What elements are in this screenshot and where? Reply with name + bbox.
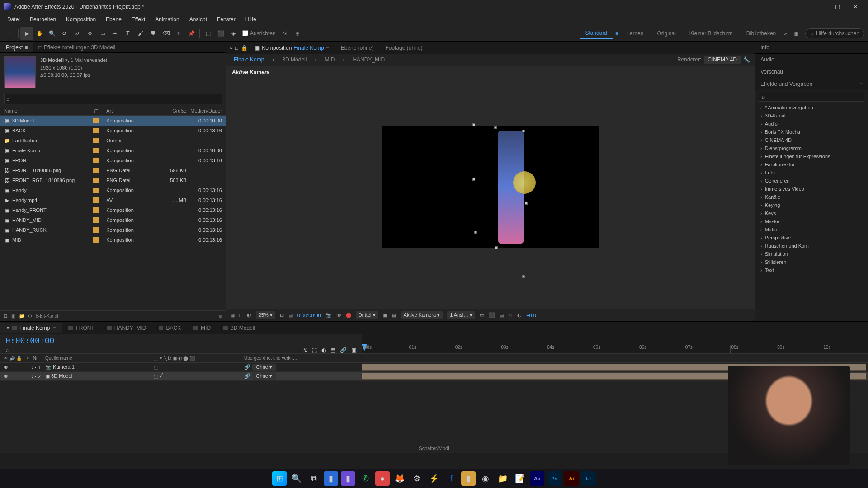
crumb-1[interactable]: 3D Modell bbox=[279, 56, 309, 64]
res-toggle-icon[interactable]: ⊞ bbox=[280, 312, 284, 318]
effects-category[interactable]: Dienstprogramm bbox=[755, 144, 868, 152]
channel-icon[interactable]: □ bbox=[239, 313, 242, 318]
tl-draft-icon[interactable]: ▣ bbox=[351, 347, 356, 353]
transparency-icon[interactable]: ▦ bbox=[392, 312, 396, 318]
zoom-select[interactable]: 25% ▾ bbox=[256, 311, 275, 319]
workspace-lernen[interactable]: Lernen bbox=[621, 28, 649, 38]
project-item[interactable]: ▣Finale Komp Komposition 0:00:10:00 bbox=[0, 145, 226, 155]
taskview-icon[interactable]: ⧉ bbox=[307, 471, 321, 486]
hand-tool-icon[interactable]: ✋ bbox=[33, 27, 46, 40]
timeline-timecode[interactable]: 0:00:00:00 bbox=[0, 334, 362, 347]
crumb-2[interactable]: MID bbox=[322, 56, 337, 64]
whatsapp-icon[interactable]: ✆ bbox=[358, 471, 373, 486]
timeline-tab[interactable]: BACK bbox=[152, 323, 187, 333]
roi-icon[interactable]: ▣ bbox=[383, 312, 387, 318]
after-effects-icon[interactable]: Ae bbox=[530, 471, 544, 486]
effects-category[interactable]: Farbkorrektur bbox=[755, 160, 868, 169]
minimize-button[interactable]: — bbox=[810, 0, 828, 13]
app-1-icon[interactable]: ▮ bbox=[324, 471, 338, 486]
renderer-select[interactable]: CINEMA 4D bbox=[704, 56, 741, 64]
time-ruler[interactable]: :00s01s02s03s04s05s06s07s08s09s10s bbox=[362, 345, 868, 353]
project-item[interactable]: ▣3D Modell Komposition 0:00:10:00 bbox=[0, 116, 226, 126]
new-folder-icon[interactable]: 📁 bbox=[19, 314, 24, 319]
brush-tool-icon[interactable]: 🖌 bbox=[134, 27, 147, 40]
comp-close-icon[interactable]: × bbox=[229, 45, 232, 51]
workspace-kleiner[interactable]: Kleiner Bildschirm bbox=[684, 28, 738, 38]
lightroom-icon[interactable]: Lr bbox=[581, 471, 596, 486]
effect-controls-tab[interactable]: □Effekteinstellungen 3D Modell bbox=[33, 42, 121, 52]
interpret-icon[interactable]: 🖼 bbox=[3, 314, 8, 319]
comp-menu-icon[interactable]: 🔒 bbox=[241, 45, 248, 51]
effects-category[interactable]: Matte bbox=[755, 225, 868, 234]
project-tab[interactable]: Projekt≡ bbox=[0, 42, 33, 52]
timeline-tab[interactable]: ×Finale Komp≡ bbox=[0, 323, 62, 333]
effects-category[interactable]: Fehlt bbox=[755, 169, 868, 177]
project-item[interactable]: ▣Handy Komposition 0:00:13:16 bbox=[0, 185, 226, 195]
project-item[interactable]: ▣FRONT Komposition 0:00:13:16 bbox=[0, 155, 226, 165]
tool-opt-1-icon[interactable]: ⬚ bbox=[202, 27, 214, 40]
grid-icon[interactable]: ▤ bbox=[288, 312, 293, 318]
menu-hilfe[interactable]: Hilfe bbox=[241, 14, 261, 24]
workspace-standard[interactable]: Standard bbox=[580, 28, 613, 39]
menu-komposition[interactable]: Komposition bbox=[61, 14, 100, 24]
effects-category[interactable]: Stilisieren bbox=[755, 258, 868, 266]
tl-frame-icon[interactable]: ⬚ bbox=[312, 347, 317, 353]
trash-icon[interactable]: 🗑 bbox=[218, 314, 223, 319]
timeline-tab[interactable]: 3D Modell bbox=[217, 323, 261, 333]
orbit-tool-icon[interactable]: ⟳ bbox=[58, 27, 71, 40]
effects-category[interactable]: * Animationsvorgaben bbox=[755, 103, 868, 112]
project-search[interactable]: ⌕ bbox=[4, 94, 222, 104]
project-item[interactable]: ▣BACK Komposition 0:00:13:16 bbox=[0, 126, 226, 136]
crumb-0[interactable]: Finale Komp bbox=[231, 56, 267, 64]
menu-ebene[interactable]: Ebene bbox=[101, 14, 126, 24]
menu-bearbeiten[interactable]: Bearbeiten bbox=[25, 14, 61, 24]
comp-flow-icon[interactable]: ≋ bbox=[509, 312, 513, 318]
rotate-tool-icon[interactable]: ⤾ bbox=[71, 27, 84, 40]
close-button[interactable]: ✕ bbox=[846, 0, 864, 13]
workspace-bibliotheken[interactable]: Bibliotheken bbox=[741, 28, 781, 38]
notepad-icon[interactable]: 📝 bbox=[513, 471, 527, 486]
effects-category[interactable]: Boris FX Mocha bbox=[755, 128, 868, 136]
snap-opt2-icon[interactable]: ⊞ bbox=[291, 27, 304, 40]
effects-category[interactable]: Perspektive bbox=[755, 234, 868, 242]
effects-category[interactable]: Keys bbox=[755, 209, 868, 217]
type-tool-icon[interactable]: T bbox=[122, 27, 134, 40]
menu-effekt[interactable]: Effekt bbox=[127, 14, 150, 24]
bit-depth-icon[interactable]: ⚙ bbox=[28, 314, 32, 319]
comp-lock-icon[interactable]: □ bbox=[235, 45, 238, 51]
menu-animation[interactable]: Animation bbox=[151, 14, 184, 24]
stamp-tool-icon[interactable]: ⛊ bbox=[147, 27, 160, 40]
effects-category[interactable]: Audio bbox=[755, 120, 868, 128]
workspace-overflow-icon[interactable]: » bbox=[784, 30, 787, 37]
timecode-display[interactable]: 0:00:00:00 bbox=[297, 313, 321, 318]
explorer-icon[interactable]: 📁 bbox=[495, 471, 510, 486]
snap-opt-icon[interactable]: ⇲ bbox=[278, 27, 291, 40]
new-comp-icon[interactable]: ▣ bbox=[11, 314, 15, 319]
preview-panel-tab[interactable]: Vorschau bbox=[755, 66, 868, 78]
show-snapshot-icon[interactable]: 👁 bbox=[336, 313, 341, 318]
project-item[interactable]: 🖼FRONT_RGB_1840886.png PNG-Datei 503 KB bbox=[0, 175, 226, 185]
color-icon[interactable]: ⬤ bbox=[346, 312, 351, 318]
project-item[interactable]: ▣HANDY_MID Komposition 0:00:13:16 bbox=[0, 215, 226, 225]
pen-tool-icon[interactable]: ✒ bbox=[109, 27, 122, 40]
effects-category[interactable]: Maske bbox=[755, 217, 868, 225]
menu-ansicht[interactable]: Ansicht bbox=[185, 14, 212, 24]
crumb-3[interactable]: HANDY_MID bbox=[350, 56, 387, 64]
effects-category[interactable]: Kanäle bbox=[755, 193, 868, 201]
alpha-toggle-icon[interactable]: ▦ bbox=[230, 312, 235, 318]
shape-tool-icon[interactable]: ▭ bbox=[96, 27, 109, 40]
tl-shy-icon[interactable]: ↯ bbox=[303, 347, 307, 353]
effects-panel-tab[interactable]: Effekte und Vorgaben≡ bbox=[755, 78, 868, 90]
project-item[interactable]: ▣Handy_FRONT Komposition 0:00:13:16 bbox=[0, 205, 226, 215]
effects-category[interactable]: Keying bbox=[755, 201, 868, 209]
tool-opt-3-icon[interactable]: ◈ bbox=[227, 27, 240, 40]
roto-tool-icon[interactable]: ✧ bbox=[172, 27, 185, 40]
timeline-icon[interactable]: ▤ bbox=[500, 312, 504, 318]
app-5-icon[interactable]: ▮ bbox=[461, 471, 476, 486]
tl-graph-icon[interactable]: ▤ bbox=[330, 347, 335, 353]
effects-category[interactable]: Text bbox=[755, 266, 868, 274]
effects-search[interactable]: ⌕ bbox=[759, 92, 864, 102]
footage-tab[interactable]: Footage (ohne) bbox=[381, 43, 427, 52]
maximize-button[interactable]: ▢ bbox=[828, 0, 846, 13]
workspace-menu-icon[interactable]: ≡ bbox=[615, 30, 618, 37]
